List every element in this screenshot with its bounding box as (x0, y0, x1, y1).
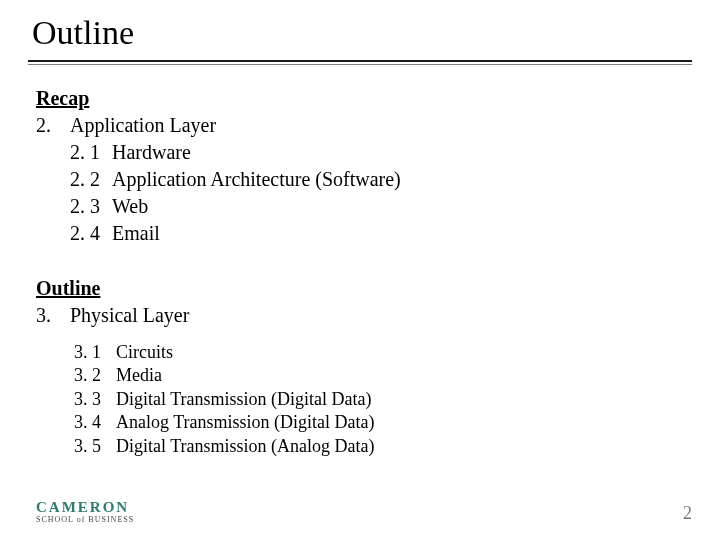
item-number: 2. 4 (70, 220, 112, 247)
item-number: 2. 1 (70, 139, 112, 166)
item-number: 3. (36, 302, 70, 329)
list-item: 3. 4 Analog Transmission (Digital Data) (74, 411, 684, 434)
item-label: Application Architecture (Software) (112, 166, 401, 193)
item-number: 3. 4 (74, 411, 116, 434)
list-item: 2. 4 Email (70, 220, 684, 247)
section-heading-recap: Recap (36, 85, 684, 112)
sublist-outline: 3. 1 Circuits 3. 2 Media 3. 3 Digital Tr… (74, 341, 684, 458)
list-item: 3. 1 Circuits (74, 341, 684, 364)
section-heading-outline: Outline (36, 275, 684, 302)
sublist-recap: 2. 1 Hardware 2. 2 Application Architect… (70, 139, 684, 247)
content-body: Recap 2. Application Layer 2. 1 Hardware… (28, 65, 692, 458)
item-number: 2. 3 (70, 193, 112, 220)
item-label: Web (112, 193, 148, 220)
footer: CAMERON SCHOOL of BUSINESS 2 (36, 500, 692, 524)
divider-dark (28, 60, 692, 62)
logo-text-main: CAMERON (36, 500, 134, 515)
item-label: Application Layer (70, 112, 216, 139)
item-number: 2. 2 (70, 166, 112, 193)
item-label: Circuits (116, 341, 173, 364)
list-item: 2. Application Layer (36, 112, 684, 139)
item-label: Analog Transmission (Digital Data) (116, 411, 375, 434)
slide-title: Outline (32, 14, 692, 52)
logo-text-sub: SCHOOL of BUSINESS (36, 516, 134, 524)
item-label: Digital Transmission (Digital Data) (116, 388, 372, 411)
item-number: 2. (36, 112, 70, 139)
list-item: 2. 2 Application Architecture (Software) (70, 166, 684, 193)
item-label: Email (112, 220, 160, 247)
list-item: 2. 3 Web (70, 193, 684, 220)
item-number: 3. 5 (74, 435, 116, 458)
page-number: 2 (683, 503, 692, 524)
list-item: 3. Physical Layer (36, 302, 684, 329)
list-item: 3. 3 Digital Transmission (Digital Data) (74, 388, 684, 411)
item-label: Media (116, 364, 162, 387)
item-number: 3. 3 (74, 388, 116, 411)
item-label: Hardware (112, 139, 191, 166)
item-label: Digital Transmission (Analog Data) (116, 435, 375, 458)
list-item: 3. 5 Digital Transmission (Analog Data) (74, 435, 684, 458)
item-number: 3. 2 (74, 364, 116, 387)
item-label: Physical Layer (70, 302, 189, 329)
logo: CAMERON SCHOOL of BUSINESS (36, 500, 134, 524)
list-item: 3. 2 Media (74, 364, 684, 387)
item-number: 3. 1 (74, 341, 116, 364)
list-item: 2. 1 Hardware (70, 139, 684, 166)
